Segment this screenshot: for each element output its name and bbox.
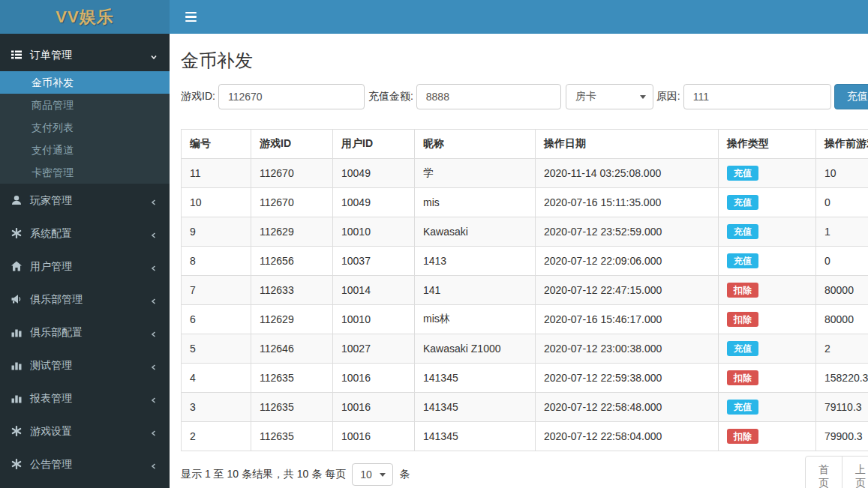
cell-nickname: 1413 bbox=[415, 247, 536, 276]
sidebar-item-label: 报表管理 bbox=[30, 391, 149, 406]
chevron-down-icon bbox=[380, 473, 386, 477]
currency-type-value: 房卡 bbox=[575, 90, 596, 103]
page-size-select[interactable]: 10 bbox=[352, 463, 393, 486]
chevron-left-icon bbox=[149, 295, 158, 304]
bar-chart-icon bbox=[11, 327, 23, 338]
cell-op_type: 扣除 bbox=[719, 305, 816, 334]
cell-user_id: 10016 bbox=[333, 422, 415, 451]
cell-nickname: 学 bbox=[415, 159, 536, 188]
cell-user_id: 10010 bbox=[333, 305, 415, 334]
chevron-left-icon bbox=[149, 460, 158, 469]
sidebar-item-players[interactable]: 玩家管理 bbox=[0, 184, 170, 217]
op-type-badge: 充值 bbox=[727, 341, 758, 356]
sidebar-item-game-settings[interactable]: 游戏设置 bbox=[0, 415, 170, 448]
table-row: 4112635100161413452020-07-12 22:59:38.00… bbox=[182, 364, 868, 393]
column-header: 编号 bbox=[182, 130, 251, 159]
column-header: 操作类型 bbox=[719, 130, 816, 159]
cell-user_id: 10014 bbox=[333, 276, 415, 305]
table-row: 7112633100141412020-07-12 22:47:15.000扣除… bbox=[182, 276, 868, 305]
cell-date: 2020-07-12 22:58:04.000 bbox=[536, 422, 719, 451]
page-size-value: 10 bbox=[360, 469, 372, 481]
game-id-input[interactable] bbox=[218, 84, 365, 109]
amount-input[interactable] bbox=[416, 84, 561, 109]
cell-date: 2020-07-12 22:58:48.000 bbox=[536, 393, 719, 422]
cell-op_type: 充值 bbox=[719, 334, 816, 364]
home-icon bbox=[11, 261, 23, 272]
cell-user_id: 10037 bbox=[333, 247, 415, 276]
op-type-badge: 扣除 bbox=[727, 283, 758, 298]
sidebar-item-orders[interactable]: 订单管理 bbox=[0, 38, 170, 71]
pagination: 首页上页 bbox=[805, 456, 868, 488]
table-footer: 显示 1 至 10 条结果，共 10 条 每页 10 条 首页上页 bbox=[181, 463, 857, 486]
cell-id: 8 bbox=[182, 247, 251, 276]
op-type-badge: 扣除 bbox=[727, 370, 758, 385]
app-logo-text: VV娱乐 bbox=[56, 6, 113, 28]
results-info-suffix: 条 bbox=[399, 468, 410, 481]
cell-date: 2020-07-12 23:52:59.000 bbox=[536, 217, 719, 247]
cell-id: 2 bbox=[182, 422, 251, 451]
asterisk-icon bbox=[11, 426, 23, 437]
cell-date: 2020-07-12 22:59:38.000 bbox=[536, 364, 719, 393]
sidebar-item-label: 订单管理 bbox=[30, 47, 149, 62]
cell-nickname: 141345 bbox=[415, 422, 536, 451]
cell-op_type: 充值 bbox=[719, 159, 816, 188]
column-header: 游戏ID bbox=[251, 130, 333, 159]
sidebar-item-users[interactable]: 用户管理 bbox=[0, 250, 170, 283]
cell-game_id: 112629 bbox=[251, 305, 333, 334]
sidebar-item-club-config[interactable]: 俱乐部配置 bbox=[0, 316, 170, 349]
chevron-down-icon bbox=[640, 95, 646, 99]
sidebar-item-label: 公告管理 bbox=[30, 457, 149, 472]
op-type-badge: 充值 bbox=[727, 400, 758, 415]
chevron-left-icon bbox=[149, 262, 158, 271]
cell-before: 0 bbox=[816, 188, 868, 217]
sidebar-item-announcements[interactable]: 公告管理 bbox=[0, 448, 170, 481]
chevron-left-icon bbox=[149, 328, 158, 337]
sidebar-subitem-pay-channel[interactable]: 支付通道 bbox=[0, 139, 170, 161]
page-title: 金币补发 bbox=[181, 49, 857, 73]
prev-page-button[interactable]: 上页 bbox=[842, 456, 868, 488]
chevron-down-icon bbox=[149, 50, 158, 59]
sidebar-subitem-goods[interactable]: 商品管理 bbox=[0, 94, 170, 116]
reason-input[interactable] bbox=[683, 84, 831, 109]
currency-type-select[interactable]: 房卡 bbox=[566, 84, 653, 109]
cell-before: 1 bbox=[816, 217, 868, 247]
cell-op_type: 充值 bbox=[719, 247, 816, 276]
hamburger-menu-icon[interactable] bbox=[182, 9, 200, 25]
table-row: 3112635100161413452020-07-12 22:58:48.00… bbox=[182, 393, 868, 422]
table-row: 511264610027Kawasaki Z10002020-07-12 23:… bbox=[182, 334, 868, 364]
table-row: 81126561003714132020-07-12 22:09:06.000充… bbox=[182, 247, 868, 276]
table-header-row: 编号游戏ID用户ID昵称操作日期操作类型操作前游戏币 bbox=[182, 130, 868, 159]
cell-id: 11 bbox=[182, 159, 251, 188]
cell-date: 2020-07-12 22:09:06.000 bbox=[536, 247, 719, 276]
bar-chart-icon bbox=[11, 393, 23, 404]
op-type-badge: 扣除 bbox=[727, 312, 758, 327]
sidebar-item-club-mgmt[interactable]: 俱乐部管理 bbox=[0, 283, 170, 316]
sidebar-item-system-config[interactable]: 系统配置 bbox=[0, 217, 170, 250]
cell-game_id: 112629 bbox=[251, 217, 333, 247]
sidebar-item-label: 俱乐部管理 bbox=[30, 292, 149, 307]
main-area: 金币补发 游戏ID: 充值金额: 房卡 原因: 充值 编号游戏ID用户ID昵称操… bbox=[170, 0, 868, 488]
recharge-submit-button[interactable]: 充值 bbox=[834, 84, 868, 109]
cell-nickname: 141345 bbox=[415, 364, 536, 393]
cell-before: 79110.3 bbox=[816, 393, 868, 422]
sidebar-item-report-mgmt[interactable]: 报表管理 bbox=[0, 382, 170, 415]
sidebar-subitem-pay-list[interactable]: 支付列表 bbox=[0, 116, 170, 139]
app-logo[interactable]: VV娱乐 bbox=[0, 0, 170, 34]
sidebar-item-label: 玩家管理 bbox=[30, 193, 149, 208]
sidebar-item-test-mgmt[interactable]: 测试管理 bbox=[0, 349, 170, 382]
user-icon bbox=[11, 195, 23, 206]
column-header: 操作日期 bbox=[536, 130, 719, 159]
column-header: 操作前游戏币 bbox=[816, 130, 868, 159]
sidebar-subitem-card-keys[interactable]: 卡密管理 bbox=[0, 161, 170, 184]
chevron-left-icon bbox=[149, 229, 158, 238]
cell-game_id: 112646 bbox=[251, 334, 333, 364]
bar-chart-icon bbox=[11, 360, 23, 371]
op-type-badge: 扣除 bbox=[727, 429, 758, 444]
sidebar-subitem-gold-reissue[interactable]: 金币补发 bbox=[0, 71, 170, 94]
first-page-button[interactable]: 首页 bbox=[805, 456, 842, 488]
results-info-prefix: 显示 1 至 10 条结果，共 10 条 每页 bbox=[181, 468, 346, 481]
cell-op_type: 扣除 bbox=[719, 422, 816, 451]
cell-game_id: 112656 bbox=[251, 247, 333, 276]
chevron-left-icon bbox=[149, 196, 158, 205]
table-row: 911262910010Kawasaki2020-07-12 23:52:59.… bbox=[182, 217, 868, 247]
